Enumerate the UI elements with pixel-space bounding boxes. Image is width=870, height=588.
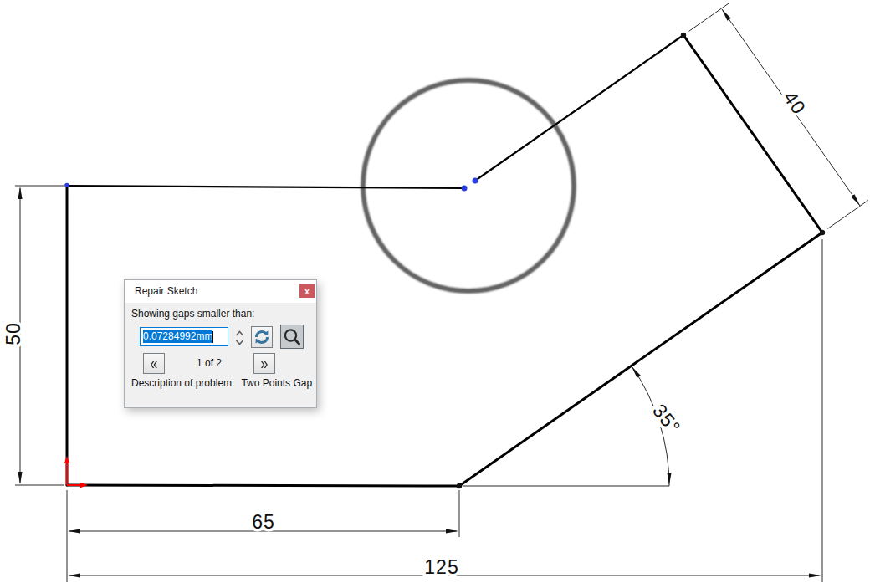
- problem-description-row: Description of problem:Two Points Gap: [131, 377, 312, 389]
- dialog-title: Repair Sketch: [135, 285, 197, 297]
- endpoint-blue-corner: [64, 183, 69, 188]
- sketch-line-bottom: [67, 485, 459, 486]
- chevron-up-icon[interactable]: [237, 332, 243, 336]
- sketch-line-top: [67, 186, 464, 188]
- sketch-outline: [67, 35, 822, 486]
- previous-gap-button[interactable]: «: [143, 353, 165, 374]
- gap-size-stepper[interactable]: [234, 329, 245, 347]
- gaps-smaller-than-label: Showing gaps smaller than:: [131, 308, 254, 320]
- magnifier-toggle-button[interactable]: [280, 325, 304, 349]
- gap-size-input[interactable]: 0.07284992mm: [140, 327, 228, 346]
- dialog-titlebar[interactable]: Repair Sketch x: [125, 280, 316, 303]
- double-chevron-right-icon: »: [261, 355, 269, 372]
- dimension-40-label: 40: [779, 87, 810, 119]
- double-chevron-left-icon: «: [151, 355, 158, 372]
- dimension-65-label: 65: [252, 511, 275, 533]
- dimension-50-label: 50: [3, 322, 24, 345]
- text-caret: [212, 331, 213, 343]
- repair-sketch-dialog: Repair Sketch x Showing gaps smaller tha…: [124, 279, 317, 408]
- dimension-125-label: 125: [424, 556, 458, 578]
- sketch-line-diagonal-up: [475, 35, 683, 181]
- gap-endpoint-1: [462, 186, 468, 192]
- description-value: Two Points Gap: [241, 377, 312, 389]
- chevron-down-icon[interactable]: [237, 340, 243, 345]
- gap-endpoint-2: [473, 178, 478, 184]
- refresh-gaps-button[interactable]: [251, 326, 273, 348]
- description-label: Description of problem:: [131, 377, 234, 389]
- sketch-line-35-edge: [459, 233, 822, 486]
- gap-size-value: 0.07284992mm: [143, 330, 212, 343]
- next-gap-button[interactable]: »: [253, 353, 275, 374]
- dimension-angle-label: 35°: [648, 400, 685, 438]
- sketch-line-40-edge: [683, 35, 822, 233]
- gap-counter: 1 of 2: [183, 357, 235, 369]
- endpoint-markers: [64, 33, 825, 488]
- refresh-icon: [253, 328, 271, 346]
- close-icon[interactable]: x: [299, 284, 315, 298]
- gap-magnifier-lens: [363, 80, 574, 291]
- magnifier-icon: [282, 327, 302, 347]
